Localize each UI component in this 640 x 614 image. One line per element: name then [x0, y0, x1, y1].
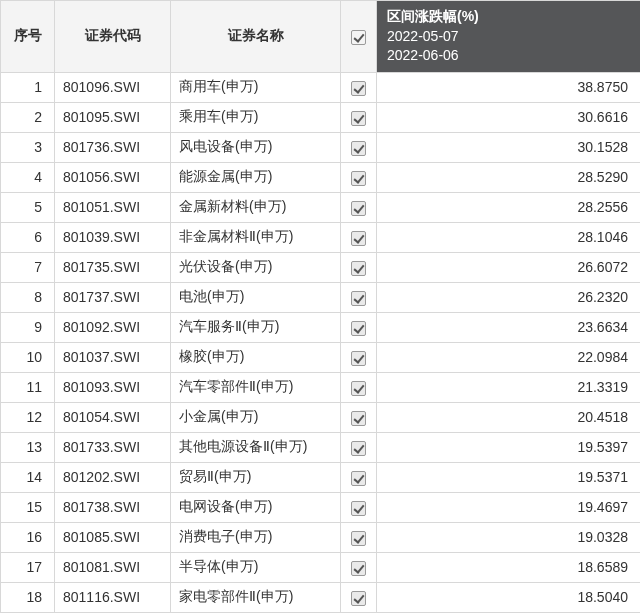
- checkbox-icon: [351, 471, 366, 486]
- cell-index: 4: [1, 162, 55, 192]
- cell-change: 19.5371: [377, 462, 641, 492]
- cell-checkbox[interactable]: [341, 432, 377, 462]
- cell-change: 38.8750: [377, 72, 641, 102]
- cell-name: 金属新材料(申万): [171, 192, 341, 222]
- cell-index: 11: [1, 372, 55, 402]
- cell-code: 801085.SWI: [55, 522, 171, 552]
- cell-name: 光伏设备(申万): [171, 252, 341, 282]
- cell-change: 26.2320: [377, 282, 641, 312]
- cell-name: 消费电子(申万): [171, 522, 341, 552]
- cell-code: 801093.SWI: [55, 372, 171, 402]
- cell-name: 乘用车(申万): [171, 102, 341, 132]
- cell-code: 801051.SWI: [55, 192, 171, 222]
- cell-checkbox[interactable]: [341, 522, 377, 552]
- checkbox-icon: [351, 111, 366, 126]
- table-row[interactable]: 16801085.SWI消费电子(申万)19.0328: [1, 522, 641, 552]
- cell-checkbox[interactable]: [341, 462, 377, 492]
- table-row[interactable]: 1801096.SWI商用车(申万)38.8750: [1, 72, 641, 102]
- checkbox-icon: [351, 381, 366, 396]
- table-row[interactable]: 13801733.SWI其他电源设备Ⅱ(申万)19.5397: [1, 432, 641, 462]
- header-date-to: 2022-06-06: [387, 46, 630, 66]
- table-row[interactable]: 7801735.SWI光伏设备(申万)26.6072: [1, 252, 641, 282]
- cell-code: 801202.SWI: [55, 462, 171, 492]
- table-row[interactable]: 4801056.SWI能源金属(申万)28.5290: [1, 162, 641, 192]
- cell-checkbox[interactable]: [341, 312, 377, 342]
- cell-name: 非金属材料Ⅱ(申万): [171, 222, 341, 252]
- cell-checkbox[interactable]: [341, 342, 377, 372]
- checkbox-icon: [351, 141, 366, 156]
- cell-code: 801733.SWI: [55, 432, 171, 462]
- checkbox-icon: [351, 441, 366, 456]
- checkbox-icon: [351, 321, 366, 336]
- cell-index: 17: [1, 552, 55, 582]
- checkbox-icon: [351, 291, 366, 306]
- table-row[interactable]: 11801093.SWI汽车零部件Ⅱ(申万)21.3319: [1, 372, 641, 402]
- cell-code: 801092.SWI: [55, 312, 171, 342]
- cell-checkbox[interactable]: [341, 282, 377, 312]
- cell-code: 801056.SWI: [55, 162, 171, 192]
- cell-checkbox[interactable]: [341, 402, 377, 432]
- checkbox-icon: [351, 591, 366, 606]
- table-row[interactable]: 2801095.SWI乘用车(申万)30.6616: [1, 102, 641, 132]
- cell-name: 橡胶(申万): [171, 342, 341, 372]
- cell-checkbox[interactable]: [341, 72, 377, 102]
- table-row[interactable]: 17801081.SWI半导体(申万)18.6589: [1, 552, 641, 582]
- table-row[interactable]: 9801092.SWI汽车服务Ⅱ(申万)23.6634: [1, 312, 641, 342]
- cell-code: 801037.SWI: [55, 342, 171, 372]
- cell-index: 1: [1, 72, 55, 102]
- cell-code: 801081.SWI: [55, 552, 171, 582]
- cell-change: 28.2556: [377, 192, 641, 222]
- table-row[interactable]: 15801738.SWI电网设备(申万)19.4697: [1, 492, 641, 522]
- cell-name: 小金属(申万): [171, 402, 341, 432]
- header-change[interactable]: 区间涨跌幅(%) 2022-05-07 2022-06-06: [377, 1, 641, 73]
- cell-change: 26.6072: [377, 252, 641, 282]
- checkbox-icon: [351, 561, 366, 576]
- cell-index: 16: [1, 522, 55, 552]
- cell-checkbox[interactable]: [341, 582, 377, 612]
- header-code[interactable]: 证券代码: [55, 1, 171, 73]
- cell-checkbox[interactable]: [341, 492, 377, 522]
- cell-code: 801736.SWI: [55, 132, 171, 162]
- header-checkbox-all[interactable]: [341, 1, 377, 73]
- cell-index: 15: [1, 492, 55, 522]
- cell-index: 9: [1, 312, 55, 342]
- cell-change: 21.3319: [377, 372, 641, 402]
- cell-checkbox[interactable]: [341, 252, 377, 282]
- cell-name: 半导体(申万): [171, 552, 341, 582]
- cell-name: 贸易Ⅱ(申万): [171, 462, 341, 492]
- cell-checkbox[interactable]: [341, 192, 377, 222]
- table-row[interactable]: 18801116.SWI家电零部件Ⅱ(申万)18.5040: [1, 582, 641, 612]
- cell-name: 汽车零部件Ⅱ(申万): [171, 372, 341, 402]
- table-row[interactable]: 6801039.SWI非金属材料Ⅱ(申万)28.1046: [1, 222, 641, 252]
- cell-code: 801735.SWI: [55, 252, 171, 282]
- cell-code: 801737.SWI: [55, 282, 171, 312]
- cell-index: 5: [1, 192, 55, 222]
- cell-checkbox[interactable]: [341, 132, 377, 162]
- table-row[interactable]: 3801736.SWI风电设备(申万)30.1528: [1, 132, 641, 162]
- table-row[interactable]: 10801037.SWI橡胶(申万)22.0984: [1, 342, 641, 372]
- checkbox-icon: [351, 171, 366, 186]
- checkbox-icon: [351, 231, 366, 246]
- cell-change: 23.6634: [377, 312, 641, 342]
- cell-change: 18.6589: [377, 552, 641, 582]
- table-row[interactable]: 14801202.SWI贸易Ⅱ(申万)19.5371: [1, 462, 641, 492]
- header-index[interactable]: 序号: [1, 1, 55, 73]
- cell-name: 能源金属(申万): [171, 162, 341, 192]
- cell-checkbox[interactable]: [341, 102, 377, 132]
- table-row[interactable]: 5801051.SWI金属新材料(申万)28.2556: [1, 192, 641, 222]
- cell-name: 电池(申万): [171, 282, 341, 312]
- checkbox-icon: [351, 201, 366, 216]
- cell-checkbox[interactable]: [341, 222, 377, 252]
- checkbox-icon: [351, 351, 366, 366]
- cell-change: 19.0328: [377, 522, 641, 552]
- header-name[interactable]: 证券名称: [171, 1, 341, 73]
- cell-index: 12: [1, 402, 55, 432]
- table-row[interactable]: 8801737.SWI电池(申万)26.2320: [1, 282, 641, 312]
- cell-checkbox[interactable]: [341, 372, 377, 402]
- cell-code: 801095.SWI: [55, 102, 171, 132]
- checkbox-icon: [351, 261, 366, 276]
- cell-name: 电网设备(申万): [171, 492, 341, 522]
- table-row[interactable]: 12801054.SWI小金属(申万)20.4518: [1, 402, 641, 432]
- cell-checkbox[interactable]: [341, 162, 377, 192]
- cell-checkbox[interactable]: [341, 552, 377, 582]
